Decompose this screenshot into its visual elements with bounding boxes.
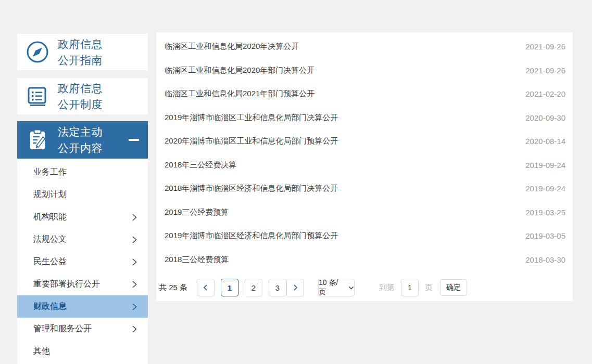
minus-icon[interactable] [129, 139, 139, 141]
article-date: 2019-09-24 [525, 161, 565, 170]
article-title[interactable]: 临淄区工业和信息化局2021年部门预算公开 [165, 89, 314, 99]
clipboard-pen-icon [26, 128, 49, 152]
article-title[interactable]: 2020年淄博市临淄区工业和信息化局部门预算公开 [165, 136, 338, 146]
page-jump: 到第 页 确定 [379, 279, 467, 296]
compass-icon [26, 40, 49, 64]
sidebar: 政府信息 公开指南 政府信息 公开制度 [17, 34, 148, 364]
page-number-button[interactable]: 1 [221, 279, 238, 296]
sidebar-menu-item[interactable]: 财政信息 [17, 295, 148, 318]
chevron-left-icon [203, 284, 209, 291]
menu-item-label: 业务工作 [33, 167, 67, 178]
article-date: 2021-02-20 [525, 89, 565, 98]
page-number-button[interactable]: 2 [245, 279, 262, 296]
article-title[interactable]: 2019年淄博市临淄区工业和信息化局部门决算公开 [165, 113, 338, 123]
sidebar-menu-item[interactable]: 其他 [17, 340, 148, 362]
article-title[interactable]: 2019年淄博市临淄区经济和信息化局部门预算公开 [165, 231, 338, 241]
jump-prefix-label: 到第 [379, 283, 395, 293]
chevron-right-icon [132, 325, 137, 333]
next-page-button[interactable] [286, 279, 304, 296]
article-row: 2020年淄博市临淄区工业和信息化局部门预算公开 2020-08-14 [156, 129, 573, 153]
chevron-right-icon [132, 258, 137, 266]
menu-item-label: 规划计划 [33, 189, 67, 200]
article-date: 2019-03-25 [525, 208, 565, 217]
sidebar-card-statutory-label: 法定主动 公开内容 [58, 124, 103, 156]
article-date: 2020-09-30 [525, 113, 565, 122]
article-title[interactable]: 临淄区工业和信息化局2020年决算公开 [165, 42, 299, 51]
page-size-label: 10 条/页 [319, 278, 345, 297]
article-row: 2019年淄博市临淄区工业和信息化局部门决算公开 2020-09-30 [156, 106, 573, 130]
article-row: 2018三公经费预算 2018-03-30 [156, 248, 573, 272]
chevron-right-icon [292, 284, 298, 291]
article-date: 2021-09-26 [525, 42, 565, 51]
chevron-down-icon [348, 286, 354, 290]
menu-item-label: 管理和服务公开 [33, 323, 92, 334]
article-row: 2018年淄博市临淄区经济和信息化局部门决算公开 2019-09-24 [156, 177, 573, 201]
total-count-label: 共 25 条 [159, 283, 187, 293]
sidebar-menu-item[interactable]: 法规公文 [17, 228, 148, 251]
sidebar-menu-item[interactable]: 民生公益 [17, 251, 148, 273]
article-title[interactable]: 2019三公经费预算 [165, 207, 229, 217]
article-row: 2019三公经费预算 2019-03-25 [156, 201, 573, 225]
article-date: 2021-09-26 [525, 66, 565, 75]
article-title[interactable]: 2018年三公经费决算 [165, 160, 236, 170]
ledger-icon [26, 84, 49, 108]
chevron-right-icon [132, 280, 137, 289]
article-date: 2018-03-30 [525, 255, 565, 264]
sidebar-menu-item[interactable]: 管理和服务公开 [17, 318, 148, 340]
sidebar-card-rules[interactable]: 政府信息 公开制度 [17, 78, 148, 114]
sidebar-card-guide[interactable]: 政府信息 公开指南 [17, 34, 148, 70]
prev-page-button[interactable] [197, 279, 215, 296]
sidebar-card-statutory[interactable]: 法定主动 公开内容 [17, 121, 148, 159]
article-row: 临淄区工业和信息化局2020年决算公开 2021-09-26 [156, 35, 573, 59]
jump-page-input[interactable] [401, 279, 419, 296]
menu-item-label: 其他 [33, 346, 50, 357]
sidebar-menu-item[interactable]: 重要部署执行公开 [17, 273, 148, 295]
pagination: 共 25 条 123 10 条/页 到第 页 确定 [156, 279, 573, 296]
article-list: 临淄区工业和信息化局2020年决算公开 2021-09-26 临淄区工业和信息化… [156, 32, 573, 271]
menu-item-label: 民生公益 [33, 256, 67, 267]
confirm-button[interactable]: 确定 [440, 279, 467, 296]
sidebar-card-rules-label: 政府信息 公开制度 [58, 80, 103, 112]
page-size-select[interactable]: 10 条/页 [318, 279, 355, 296]
article-row: 2019年淄博市临淄区经济和信息化局部门预算公开 2019-03-05 [156, 224, 573, 248]
chevron-right-icon [132, 303, 137, 311]
article-date: 2019-03-05 [525, 231, 565, 240]
content-panel: 临淄区工业和信息化局2020年决算公开 2021-09-26 临淄区工业和信息化… [156, 32, 573, 301]
article-date: 2020-08-14 [525, 137, 565, 146]
page-number-button[interactable]: 3 [269, 279, 286, 296]
jump-suffix-label: 页 [425, 283, 433, 293]
article-title[interactable]: 2018三公经费预算 [165, 255, 229, 265]
article-title[interactable]: 临淄区工业和信息化局2020年部门决算公开 [165, 66, 314, 75]
sidebar-card-guide-label: 政府信息 公开指南 [58, 36, 103, 68]
page: { "sidebar": { "cards": [ {"line1": "政府信… [0, 0, 592, 364]
article-row: 临淄区工业和信息化局2021年部门预算公开 2021-02-20 [156, 82, 573, 106]
article-title[interactable]: 2018年淄博市临淄区经济和信息化局部门决算公开 [165, 184, 338, 193]
sidebar-menu-item[interactable]: 业务工作 [17, 161, 148, 184]
article-row: 临淄区工业和信息化局2020年部门决算公开 2021-09-26 [156, 59, 573, 83]
article-row: 2018年三公经费决算 2019-09-24 [156, 153, 573, 177]
menu-item-label: 法规公文 [33, 234, 67, 245]
menu-item-label: 重要部署执行公开 [33, 279, 100, 290]
chevron-right-icon [132, 236, 137, 244]
article-date: 2019-09-24 [525, 184, 565, 193]
menu-item-label: 机构职能 [33, 212, 67, 223]
menu-item-label: 财政信息 [33, 301, 67, 312]
sidebar-menu-item[interactable]: 规划计划 [17, 184, 148, 206]
page-buttons: 123 [221, 279, 286, 296]
sidebar-menu-item[interactable]: 机构职能 [17, 206, 148, 228]
sidebar-menu: 业务工作 规划计划 机构职能 法规公文 民生公益 重要部署执行公开 财政信息 [17, 159, 148, 364]
chevron-right-icon [132, 213, 137, 222]
